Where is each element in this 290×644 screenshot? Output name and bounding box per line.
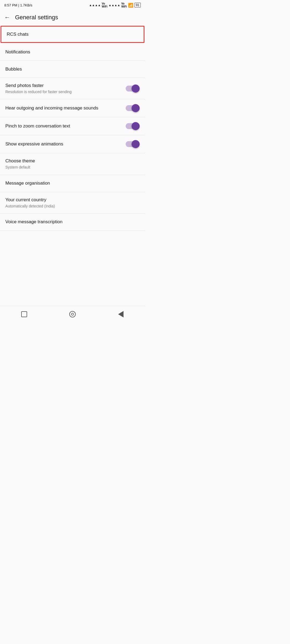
settings-item-label-message-organisation: Message organisation <box>5 180 140 186</box>
battery-icon: 91 <box>135 3 141 8</box>
toggle-hear-sounds[interactable] <box>126 104 140 112</box>
toggle-thumb-pinch-zoom <box>132 122 140 130</box>
signal-icon: ▲▲▲▲ <box>89 3 101 7</box>
settings-item-choose-theme[interactable]: Choose themeSystem default <box>0 153 145 175</box>
settings-item-send-photos-faster[interactable]: Send photos fasterResolution is reduced … <box>0 78 145 99</box>
back-button[interactable]: ← <box>4 14 10 21</box>
settings-item-pinch-zoom[interactable]: Pinch to zoom conversation text <box>0 117 145 135</box>
settings-item-expressive-animations[interactable]: Show expressive animations <box>0 135 145 153</box>
settings-item-text-send-photos-faster: Send photos fasterResolution is reduced … <box>5 83 126 94</box>
settings-item-bubbles[interactable]: Bubbles <box>0 61 145 78</box>
settings-item-text-message-organisation: Message organisation <box>5 180 140 186</box>
settings-item-label-hear-sounds: Hear outgoing and incoming message sound… <box>5 105 126 111</box>
settings-item-text-voice-message-transcription: Voice message transcription <box>5 219 140 225</box>
wifi-icon: 📶 <box>128 3 133 8</box>
navigation-bar <box>0 306 145 322</box>
recent-apps-icon <box>21 311 27 317</box>
vo-wifi-label: VoWiFi <box>102 2 107 8</box>
toggle-send-photos-faster[interactable] <box>126 85 140 93</box>
status-time: 8:57 PM | 1.7KB/s <box>4 3 32 7</box>
settings-item-label-voice-message-transcription: Voice message transcription <box>5 219 140 225</box>
toggle-pinch-zoom[interactable] <box>126 122 140 130</box>
settings-item-notifications[interactable]: Notifications <box>0 43 145 61</box>
settings-item-text-expressive-animations: Show expressive animations <box>5 141 126 147</box>
back-nav-button[interactable] <box>115 309 126 320</box>
page-title: General settings <box>15 14 58 21</box>
back-nav-icon <box>118 311 124 317</box>
settings-item-label-rcs-chats: RCS chats <box>7 31 138 37</box>
settings-item-message-organisation[interactable]: Message organisation <box>0 175 145 192</box>
home-icon-inner <box>71 313 74 316</box>
toggle-expressive-animations[interactable] <box>126 140 140 148</box>
settings-item-text-pinch-zoom: Pinch to zoom conversation text <box>5 123 126 129</box>
settings-item-text-rcs-chats: RCS chats <box>7 31 138 37</box>
settings-item-sublabel-send-photos-faster: Resolution is reduced for faster sending <box>5 89 126 94</box>
settings-item-hear-sounds[interactable]: Hear outgoing and incoming message sound… <box>0 99 145 117</box>
settings-item-label-pinch-zoom: Pinch to zoom conversation text <box>5 123 126 129</box>
app-header: ← General settings <box>0 10 145 25</box>
toggle-thumb-hear-sounds <box>132 104 140 112</box>
home-button[interactable] <box>67 309 78 320</box>
settings-item-current-country[interactable]: Your current countryAutomatically detect… <box>0 192 145 214</box>
settings-item-label-choose-theme: Choose theme <box>5 158 140 164</box>
settings-item-text-choose-theme: Choose themeSystem default <box>5 158 140 170</box>
settings-item-label-send-photos-faster: Send photos faster <box>5 83 126 89</box>
status-bar: 8:57 PM | 1.7KB/s ▲▲▲▲ VoWiFi ▲▲▲▲ VoWiF… <box>0 0 145 10</box>
settings-item-rcs-chats[interactable]: RCS chats <box>1 26 144 43</box>
settings-item-text-notifications: Notifications <box>5 49 140 55</box>
home-icon <box>69 311 76 317</box>
settings-item-voice-message-transcription[interactable]: Voice message transcription <box>0 214 145 231</box>
recent-apps-button[interactable] <box>19 309 30 320</box>
settings-item-label-notifications: Notifications <box>5 49 140 55</box>
settings-item-label-expressive-animations: Show expressive animations <box>5 141 126 147</box>
settings-list: RCS chatsNotificationsBubblesSend photos… <box>0 26 145 231</box>
settings-item-label-current-country: Your current country <box>5 197 140 203</box>
settings-item-text-hear-sounds: Hear outgoing and incoming message sound… <box>5 105 126 111</box>
toggle-thumb-expressive-animations <box>132 140 140 148</box>
signal-icon-2: ▲▲▲▲ <box>108 3 120 7</box>
settings-item-text-bubbles: Bubbles <box>5 66 140 72</box>
status-icons: ▲▲▲▲ VoWiFi ▲▲▲▲ VoWiFi 📶 91 <box>89 2 141 8</box>
vo-wifi-label-2: VoWiFi <box>121 2 127 8</box>
settings-item-sublabel-current-country: Automatically detected (India) <box>5 204 140 208</box>
settings-item-text-current-country: Your current countryAutomatically detect… <box>5 197 140 208</box>
settings-item-label-bubbles: Bubbles <box>5 66 140 72</box>
settings-item-sublabel-choose-theme: System default <box>5 165 140 170</box>
toggle-thumb-send-photos-faster <box>132 85 140 93</box>
